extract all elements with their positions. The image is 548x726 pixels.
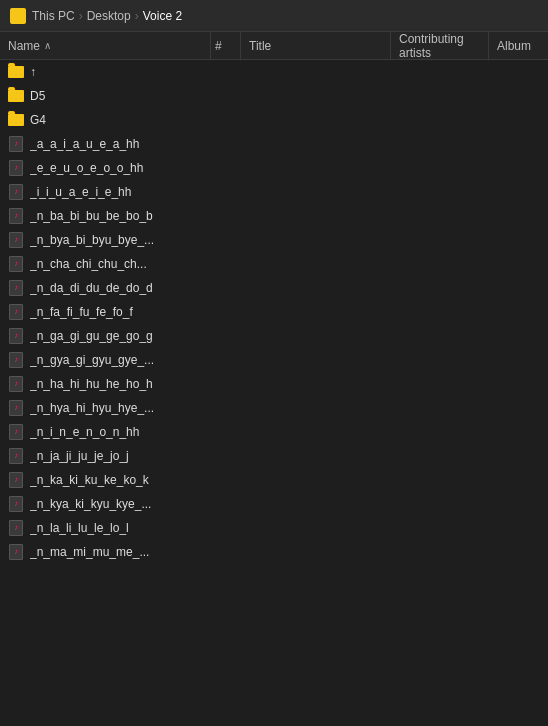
list-item[interactable]: _n_hya_hi_hyu_hye_... — [0, 396, 548, 420]
list-item[interactable]: _n_kya_ki_kyu_kye_... — [0, 492, 548, 516]
list-item[interactable]: _n_ga_gi_gu_ge_go_g — [0, 324, 548, 348]
list-item[interactable]: _n_ja_ji_ju_je_jo_j — [0, 444, 548, 468]
list-item[interactable]: ↑ — [0, 60, 548, 84]
audio-file-icon — [9, 400, 23, 416]
audio-file-icon — [9, 136, 23, 152]
file-name-label: _n_ka_ki_ku_ke_ko_k — [30, 473, 540, 487]
list-item[interactable]: _n_da_di_du_de_do_d — [0, 276, 548, 300]
list-item[interactable]: G4 — [0, 108, 548, 132]
file-name-label: _a_a_i_a_u_e_a_hh — [30, 137, 540, 151]
file-name-label: _n_ga_gi_gu_ge_go_g — [30, 329, 540, 343]
col-contributing-header[interactable]: Contributing artists — [390, 32, 488, 59]
list-item[interactable]: D5 — [0, 84, 548, 108]
col-hash-label: # — [215, 39, 222, 53]
list-item[interactable]: _a_a_i_a_u_e_a_hh — [0, 132, 548, 156]
list-item[interactable]: _n_ha_hi_hu_he_ho_h — [0, 372, 548, 396]
audio-file-icon — [9, 304, 23, 320]
folder-icon — [8, 90, 24, 102]
col-name-label: Name — [8, 39, 40, 53]
list-item[interactable]: _n_ka_ki_ku_ke_ko_k — [0, 468, 548, 492]
list-item[interactable]: _n_gya_gi_gyu_gye_... — [0, 348, 548, 372]
audio-file-icon — [9, 496, 23, 512]
file-name-label: _i_i_u_a_e_i_e_hh — [30, 185, 540, 199]
col-name-header[interactable]: Name ∧ — [0, 32, 210, 59]
file-name-label: _n_da_di_du_de_do_d — [30, 281, 540, 295]
file-name-label: _n_la_li_lu_le_lo_l — [30, 521, 540, 535]
list-item[interactable]: _n_ma_mi_mu_me_... — [0, 540, 548, 564]
col-title-label: Title — [249, 39, 271, 53]
list-item[interactable]: _n_cha_chi_chu_ch... — [0, 252, 548, 276]
col-album-header[interactable]: Album — [488, 32, 548, 59]
file-name-label: _n_gya_gi_gyu_gye_... — [30, 353, 540, 367]
breadcrumb: This PC › Desktop › Voice 2 — [32, 9, 182, 23]
file-name-label: _n_kya_ki_kyu_kye_... — [30, 497, 540, 511]
breadcrumb-desktop[interactable]: Desktop — [87, 9, 131, 23]
file-name-label: _n_fa_fi_fu_fe_fo_f — [30, 305, 540, 319]
col-hash-header[interactable]: # — [210, 32, 240, 59]
file-name-label: G4 — [30, 113, 540, 127]
folder-icon — [8, 66, 24, 78]
file-name-label: _n_hya_hi_hyu_hye_... — [30, 401, 540, 415]
list-item[interactable]: _n_bya_bi_byu_bye_... — [0, 228, 548, 252]
title-bar: This PC › Desktop › Voice 2 — [0, 0, 548, 32]
file-name-label: ↑ — [30, 65, 540, 79]
list-item[interactable]: _n_la_li_lu_le_lo_l — [0, 516, 548, 540]
folder-icon — [10, 8, 26, 24]
col-contributing-label: Contributing artists — [399, 32, 480, 60]
file-name-label: _n_bya_bi_byu_bye_... — [30, 233, 540, 247]
col-title-header[interactable]: Title — [240, 32, 390, 59]
file-name-label: _n_i_n_e_n_o_n_hh — [30, 425, 540, 439]
breadcrumb-this-pc[interactable]: This PC — [32, 9, 75, 23]
audio-file-icon — [9, 448, 23, 464]
list-item[interactable]: _e_e_u_o_e_o_o_hh — [0, 156, 548, 180]
list-item[interactable]: _i_i_u_a_e_i_e_hh — [0, 180, 548, 204]
file-name-label: D5 — [30, 89, 540, 103]
audio-file-icon — [9, 208, 23, 224]
file-name-label: _n_ma_mi_mu_me_... — [30, 545, 540, 559]
breadcrumb-sep-2: › — [135, 9, 139, 23]
audio-file-icon — [9, 544, 23, 560]
file-name-label: _e_e_u_o_e_o_o_hh — [30, 161, 540, 175]
file-name-label: _n_ha_hi_hu_he_ho_h — [30, 377, 540, 391]
audio-file-icon — [9, 328, 23, 344]
audio-file-icon — [9, 352, 23, 368]
list-item[interactable]: _n_i_n_e_n_o_n_hh — [0, 420, 548, 444]
col-album-label: Album — [497, 39, 531, 53]
audio-file-icon — [9, 256, 23, 272]
audio-file-icon — [9, 160, 23, 176]
breadcrumb-sep-1: › — [79, 9, 83, 23]
file-name-label: _n_ja_ji_ju_je_jo_j — [30, 449, 540, 463]
audio-file-icon — [9, 376, 23, 392]
file-list: ↑D5G4_a_a_i_a_u_e_a_hh_e_e_u_o_e_o_o_hh_… — [0, 60, 548, 726]
audio-file-icon — [9, 280, 23, 296]
sort-arrow-icon: ∧ — [44, 40, 51, 51]
audio-file-icon — [9, 424, 23, 440]
list-item[interactable]: _n_ba_bi_bu_be_bo_b — [0, 204, 548, 228]
audio-file-icon — [9, 184, 23, 200]
audio-file-icon — [9, 472, 23, 488]
column-header-row: Name ∧ # Title Contributing artists Albu… — [0, 32, 548, 60]
file-name-label: _n_cha_chi_chu_ch... — [30, 257, 540, 271]
list-item[interactable]: _n_fa_fi_fu_fe_fo_f — [0, 300, 548, 324]
breadcrumb-current[interactable]: Voice 2 — [143, 9, 182, 23]
folder-icon — [8, 114, 24, 126]
file-name-label: _n_ba_bi_bu_be_bo_b — [30, 209, 540, 223]
audio-file-icon — [9, 520, 23, 536]
audio-file-icon — [9, 232, 23, 248]
